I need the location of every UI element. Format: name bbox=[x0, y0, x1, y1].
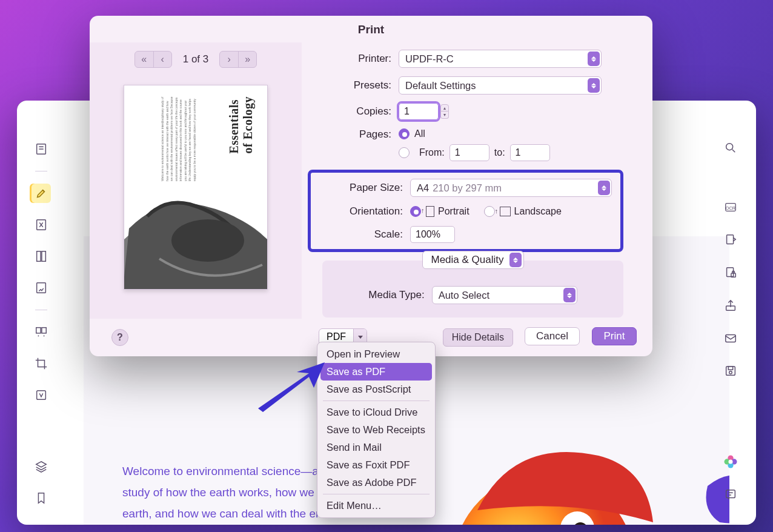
print-button[interactable]: Print bbox=[592, 327, 637, 345]
save-icon[interactable] bbox=[722, 362, 739, 379]
ai-flower-icon[interactable] bbox=[722, 453, 739, 470]
hide-details-button[interactable]: Hide Details bbox=[443, 328, 513, 347]
preview-pane: « ‹ 1 of 3 › » Essentials of Ecology Wel… bbox=[90, 42, 302, 319]
portrait-label: Portrait bbox=[438, 206, 469, 217]
preview-nav-next-group: › » bbox=[219, 51, 257, 68]
scale-label: Scale: bbox=[319, 228, 410, 241]
pages-range-radio[interactable] bbox=[399, 147, 410, 158]
copies-label: Copies: bbox=[308, 105, 399, 118]
page-layout-icon[interactable] bbox=[32, 247, 51, 266]
landscape-icon bbox=[500, 207, 511, 216]
pdf-menu-item[interactable]: Save to iCloud Drive bbox=[320, 404, 432, 421]
pdf-menu-item[interactable]: Save as Adobe PDF bbox=[320, 474, 432, 491]
svg-point-13 bbox=[726, 144, 733, 150]
select-arrows-icon bbox=[588, 78, 600, 93]
svg-point-23 bbox=[729, 371, 732, 374]
crop-icon[interactable] bbox=[32, 354, 51, 373]
pdf-menu-item[interactable]: Edit Menu… bbox=[320, 497, 432, 514]
last-page-button[interactable]: » bbox=[238, 52, 256, 67]
pdf-menu-item[interactable]: Send in Mail bbox=[320, 439, 432, 456]
paper-size-select[interactable]: A4 210 by 297 mm bbox=[410, 179, 612, 197]
svg-rect-16 bbox=[727, 235, 734, 244]
svg-rect-12 bbox=[37, 391, 46, 400]
svg-rect-11 bbox=[42, 328, 46, 333]
svg-rect-22 bbox=[728, 367, 732, 370]
pages-from-label: From: bbox=[419, 147, 445, 158]
svg-text:OCR: OCR bbox=[726, 205, 735, 211]
ocr-alt-icon[interactable] bbox=[32, 385, 51, 405]
pdf-menu-item[interactable]: Save as PDF bbox=[320, 363, 432, 381]
orientation-label: Orientation: bbox=[319, 205, 410, 218]
svg-point-28 bbox=[729, 460, 733, 464]
preview-nav-prev-group: « ‹ bbox=[134, 51, 172, 68]
mail-icon[interactable] bbox=[722, 330, 739, 347]
form-tools-icon[interactable] bbox=[32, 278, 51, 298]
highlighted-section: Paper Size: A4 210 by 297 mm Orientation… bbox=[308, 170, 623, 252]
copies-stepper[interactable]: ▴▾ bbox=[440, 104, 449, 119]
page-tools-icon[interactable] bbox=[32, 322, 51, 342]
svg-rect-7 bbox=[37, 251, 41, 262]
right-sidebar: OCR bbox=[716, 139, 745, 503]
pages-to-input[interactable]: 1 bbox=[510, 144, 550, 161]
document-image bbox=[423, 425, 729, 525]
media-quality-panel: Media & Quality Media Type: Auto Select bbox=[322, 261, 623, 318]
print-settings: Printer: UPDF-R-C Presets: Default Setti… bbox=[302, 42, 652, 319]
menu-separator bbox=[323, 401, 430, 401]
pdf-menu-item[interactable]: Open in Preview bbox=[320, 345, 432, 363]
presets-label: Presets: bbox=[308, 79, 399, 91]
bookmark-icon[interactable] bbox=[32, 488, 51, 508]
lock-page-icon[interactable] bbox=[722, 264, 739, 281]
search-icon[interactable] bbox=[722, 139, 739, 156]
pdf-menu-item[interactable]: Save as Foxit PDF bbox=[320, 456, 432, 474]
pages-all-radio[interactable] bbox=[399, 128, 410, 139]
select-arrows-icon bbox=[563, 288, 576, 302]
next-page-button[interactable]: › bbox=[220, 52, 238, 67]
ocr-icon[interactable]: OCR bbox=[722, 199, 739, 216]
presets-select[interactable]: Default Settings bbox=[399, 76, 602, 95]
svg-rect-9 bbox=[37, 283, 46, 293]
pages-to-label: to: bbox=[494, 147, 505, 158]
dialog-title: Print bbox=[90, 16, 652, 42]
page-thumbnail: Essentials of Ecology Welcome to environ… bbox=[124, 85, 268, 290]
media-type-label: Media Type: bbox=[368, 289, 431, 301]
select-arrows-icon bbox=[588, 52, 600, 66]
pages-all-label: All bbox=[414, 128, 425, 139]
paper-size-label: Paper Size: bbox=[319, 182, 410, 194]
section-select[interactable]: Media & Quality bbox=[422, 251, 524, 269]
left-sidebar bbox=[27, 139, 56, 508]
pages-from-input[interactable]: 1 bbox=[450, 144, 489, 161]
pdf-menu-item[interactable]: Save as PostScript bbox=[320, 381, 432, 398]
share-icon[interactable] bbox=[722, 297, 739, 314]
layers-icon[interactable] bbox=[32, 457, 51, 476]
svg-rect-10 bbox=[36, 328, 41, 333]
highlighter-icon[interactable] bbox=[32, 184, 51, 203]
page-view-icon[interactable] bbox=[32, 139, 51, 159]
orientation-portrait-radio[interactable] bbox=[410, 206, 421, 217]
svg-rect-8 bbox=[42, 251, 45, 262]
printer-select[interactable]: UPDF-R-C bbox=[399, 50, 602, 68]
first-page-button[interactable]: « bbox=[135, 52, 153, 67]
media-type-select[interactable]: Auto Select bbox=[432, 286, 577, 304]
svg-rect-20 bbox=[726, 335, 736, 342]
edit-text-icon[interactable] bbox=[32, 215, 51, 234]
orientation-landscape-radio[interactable] bbox=[484, 206, 495, 217]
svg-rect-29 bbox=[726, 490, 735, 498]
select-arrows-icon bbox=[598, 181, 610, 195]
pdf-dropdown-menu: Open in PreviewSave as PDFSave as PostSc… bbox=[317, 342, 436, 518]
pages-label: Pages: bbox=[308, 128, 399, 141]
select-arrows-icon bbox=[509, 253, 522, 267]
print-dialog: Print « ‹ 1 of 3 › » Essentials of Ecolo… bbox=[90, 16, 652, 356]
cancel-button[interactable]: Cancel bbox=[525, 327, 580, 345]
menu-separator bbox=[323, 494, 430, 494]
landscape-label: Landscape bbox=[514, 206, 562, 217]
page-indicator: 1 of 3 bbox=[183, 53, 209, 65]
pdf-menu-item[interactable]: Save to Web Receipts bbox=[320, 421, 432, 439]
copies-input[interactable]: 1 bbox=[399, 103, 439, 120]
notes-icon[interactable] bbox=[722, 486, 739, 503]
flip-page-icon[interactable] bbox=[722, 231, 739, 248]
prev-page-button[interactable]: ‹ bbox=[153, 52, 171, 67]
help-button[interactable]: ? bbox=[111, 329, 128, 346]
printer-label: Printer: bbox=[308, 53, 399, 65]
scale-input[interactable]: 100% bbox=[410, 226, 455, 243]
svg-point-30 bbox=[171, 219, 244, 262]
